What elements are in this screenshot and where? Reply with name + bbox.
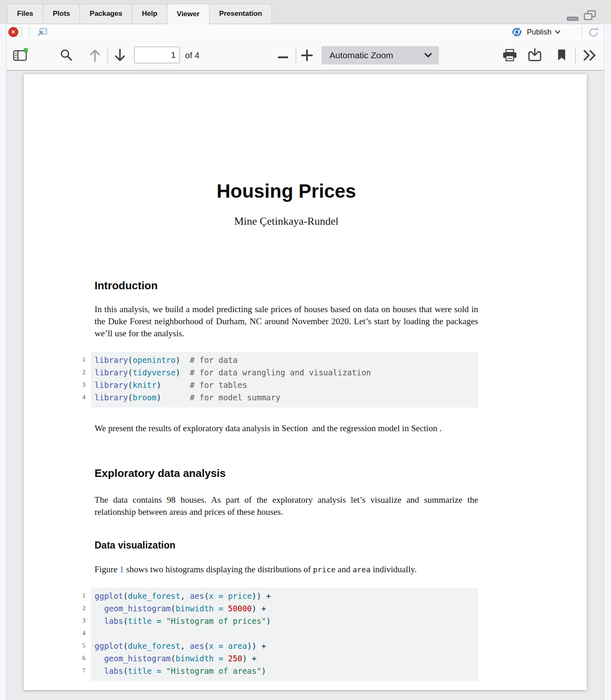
paragraph-sections: We present the results of exploratory da… <box>95 422 478 434</box>
publish-button[interactable]: Publish <box>511 24 560 40</box>
zoom-select[interactable]: Automatic Zoom <box>322 46 439 65</box>
more-tools-button[interactable] <box>582 49 597 64</box>
download-icon <box>527 48 542 62</box>
paragraph-figure: Figure 1 shows two histograms displaying… <box>95 563 478 576</box>
tab-files[interactable]: Files <box>7 4 43 23</box>
download-button[interactable] <box>527 48 542 64</box>
tab-plots[interactable]: Plots <box>43 4 80 23</box>
code-line-text <box>91 627 95 640</box>
document-author: Mine Çetinkaya-Rundel <box>95 215 478 228</box>
tab-help-label: Help <box>142 10 157 18</box>
print-button[interactable] <box>502 49 517 64</box>
tab-packages[interactable]: Packages <box>80 4 132 23</box>
code-line: 1library(openintro) # for data <box>24 354 478 366</box>
pdf-viewer-area: Housing Prices Mine Çetinkaya-Rundel Int… <box>0 70 611 700</box>
code-line-number: 4 <box>24 627 91 640</box>
tab-files-label: Files <box>17 10 33 18</box>
code-line: 6 geom_histogram(binwidth = 250) + <box>24 652 478 665</box>
figure-reference-link[interactable]: 1 <box>120 564 124 574</box>
next-page-button[interactable] <box>113 48 127 65</box>
rstudio-viewer-pane: Files Plots Packages Help Viewer Present… <box>0 0 611 700</box>
tab-strip: Files Plots Packages Help Viewer Present… <box>7 4 272 24</box>
tab-viewer-label: Viewer <box>177 10 200 18</box>
code-line: 2 geom_histogram(binwidth = 50000) + <box>24 602 478 615</box>
separator <box>107 47 108 64</box>
code-line-text: ggplot(duke_forest, aes(x = area)) + <box>91 640 266 652</box>
page-up-icon <box>88 48 102 63</box>
popout-icon <box>37 27 47 37</box>
clear-viewer-button[interactable]: ✕ <box>8 26 25 38</box>
tab-plots-label: Plots <box>53 10 70 18</box>
sidebar-toggle-icon <box>13 48 28 61</box>
code-line-number: 3 <box>24 615 91 627</box>
code-line: 7 labs(title = "Histogram of areas") <box>24 665 478 677</box>
tab-presentation[interactable]: Presentation <box>209 4 272 23</box>
paragraph-eda: The data contains 98 houses. As part of … <box>95 494 478 518</box>
connected-badge <box>23 48 28 53</box>
code-line-text: labs(title = "Histogram of prices") <box>91 615 271 627</box>
page-count-label: of 4 <box>185 40 200 70</box>
code-line-number: 1 <box>24 590 91 602</box>
code-line: 3library(knitr) # for tables <box>24 379 478 391</box>
tab-viewer[interactable]: Viewer <box>167 4 210 24</box>
code-line-number: 4 <box>24 391 91 404</box>
document-title: Housing Prices <box>95 179 478 203</box>
page-number-input[interactable] <box>134 47 180 63</box>
refresh-icon <box>587 26 600 39</box>
paragraph-introduction: In this analysis, we build a model predi… <box>95 303 478 340</box>
minimize-pane-icon[interactable] <box>566 12 579 23</box>
code-line-text: library(knitr) # for tables <box>91 379 247 391</box>
maximize-pane-icon[interactable] <box>583 10 597 23</box>
code-line-text: library(broom) # for model summary <box>91 391 280 404</box>
popout-button[interactable] <box>37 27 47 39</box>
separator <box>296 47 296 64</box>
find-button[interactable] <box>60 49 73 64</box>
bookmark-icon <box>557 49 567 61</box>
code-line-number: 7 <box>24 665 91 677</box>
zoom-select-label: Automatic Zoom <box>322 50 424 60</box>
pane-left-gutter <box>0 24 7 700</box>
code-line-number: 5 <box>24 640 91 652</box>
section-heading-introduction: Introduction <box>95 279 478 292</box>
more-tools-icon <box>582 49 597 62</box>
print-icon <box>502 49 517 62</box>
code-line-number: 2 <box>24 366 91 379</box>
zoom-out-button[interactable] <box>277 53 289 61</box>
code-line-text: geom_histogram(binwidth = 250) + <box>91 652 257 665</box>
subsection-heading-data-visualization: Data visualization <box>95 539 478 551</box>
pdf-toolbar: of 4 Automatic Zoom <box>0 40 611 70</box>
pane-window-controls <box>566 10 597 23</box>
code-line: 5ggplot(duke_forest, aes(x = area)) + <box>24 640 478 652</box>
code-line: 4library(broom) # for model summary <box>24 391 478 404</box>
refresh-button[interactable] <box>587 26 600 40</box>
publish-icon <box>511 27 523 37</box>
search-icon <box>60 49 73 62</box>
bookmark-button[interactable] <box>557 49 567 63</box>
code-line-number: 2 <box>24 602 91 615</box>
code-line-number: 6 <box>24 652 91 665</box>
code-line: 1ggplot(duke_forest, aes(x = price)) + <box>24 590 478 602</box>
zoom-out-icon <box>277 56 289 59</box>
pdf-page: Housing Prices Mine Çetinkaya-Rundel Int… <box>24 74 587 690</box>
code-line-text: library(openintro) # for data <box>91 354 237 366</box>
separator <box>581 27 582 37</box>
zoom-in-button[interactable] <box>301 49 313 63</box>
code-block-libraries: 1library(openintro) # for data2library(t… <box>24 352 478 407</box>
scrollbar-track[interactable] <box>604 24 611 700</box>
code-line-text: labs(title = "Histogram of areas") <box>91 665 266 677</box>
code-line: 4 <box>24 627 478 640</box>
zoom-in-icon <box>301 49 313 62</box>
code-line-text: geom_histogram(binwidth = 50000) + <box>91 602 266 615</box>
code-line-number: 3 <box>24 379 91 391</box>
tab-help[interactable]: Help <box>132 4 167 23</box>
page-down-icon <box>113 48 127 63</box>
code-line-text: ggplot(duke_forest, aes(x = price)) + <box>91 590 271 602</box>
sidebar-toggle-button[interactable] <box>13 48 28 63</box>
tab-packages-label: Packages <box>90 10 122 18</box>
dropdown-caret-icon <box>555 30 560 34</box>
separator <box>575 47 576 64</box>
code-line: 2library(tidyverse) # for data wrangling… <box>24 366 478 379</box>
code-line-text: library(tidyverse) # for data wrangling … <box>91 366 371 379</box>
previous-page-button[interactable] <box>88 48 102 65</box>
section-heading-eda: Exploratory data analysis <box>95 467 478 480</box>
